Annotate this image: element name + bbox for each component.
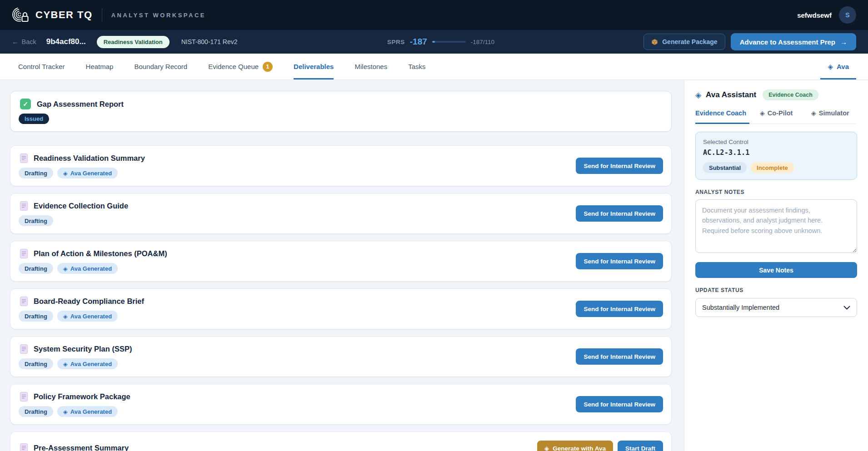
diamond-icon: ◈ [828, 63, 833, 71]
deliverable-card-readiness-validation-summary: Readiness Validation Summary Drafting ◈A… [10, 145, 672, 186]
ava-diamond-icon: ◈ [695, 90, 701, 99]
drafting-status-badge: Drafting [19, 406, 53, 417]
deliverable-card-ssp: System Security Plan (SSP) Drafting ◈Ava… [10, 336, 672, 377]
deliverables-panel: ✓ Gap Assessment Report Issued Readiness… [0, 80, 684, 451]
user-avatar[interactable]: S [839, 6, 856, 24]
deliverable-title: Board-Ready Compliance Brief [34, 297, 144, 306]
framework-label: NIST-800-171 Rev2 [181, 38, 238, 45]
selected-control-label: Selected Control [703, 139, 849, 145]
brand-name: CYBER TQ [35, 9, 93, 21]
selected-control-id: AC.L2-3.1.1 [703, 149, 849, 157]
diamond-icon: ◈ [811, 109, 816, 117]
analyst-notes-label: ANALYST NOTES [695, 189, 857, 195]
diamond-icon: ◈ [544, 445, 549, 451]
phase-badge: Readiness Validation [97, 36, 170, 48]
drafting-status-badge: Drafting [19, 358, 53, 369]
fingerprint-lock-icon [12, 6, 31, 24]
incomplete-state-badge: Incomplete [751, 162, 794, 173]
ava-generated-badge: ◈Ava Generated [57, 311, 118, 322]
ava-generated-badge: ◈Ava Generated [57, 406, 118, 417]
deliverable-title: System Security Plan (SSP) [34, 345, 132, 353]
send-for-internal-review-button[interactable]: Send for Internal Review [576, 301, 663, 317]
document-icon [20, 249, 28, 258]
deliverable-title: Readiness Validation Summary [34, 154, 145, 163]
deliverable-title: Policy Framework Package [34, 392, 130, 401]
send-for-internal-review-button[interactable]: Send for Internal Review [576, 396, 663, 412]
back-label: Back [22, 38, 36, 45]
document-icon [20, 154, 28, 163]
header-divider [102, 8, 102, 22]
deliverable-card-board-ready-brief: Board-Ready Compliance Brief Drafting ◈A… [10, 288, 672, 329]
diamond-icon: ◈ [63, 313, 68, 320]
diamond-icon: ◈ [63, 265, 68, 272]
document-icon [20, 201, 28, 211]
tab-deliverables[interactable]: Deliverables [294, 54, 334, 79]
username-label: sefwdsewf [797, 11, 832, 19]
update-status-select[interactable]: Substantially Implemented [695, 298, 857, 317]
deliverable-card-evidence-collection-guide: Evidence Collection Guide Drafting Send … [10, 193, 672, 234]
workspace-tab-bar: Control Tracker Heatmap Boundary Record … [0, 54, 868, 80]
substantial-score-badge: Substantial [703, 162, 747, 173]
ava-mode-badge: Evidence Coach [763, 89, 818, 100]
ava-panel-tabs: Evidence Coach ◈ Co-Pilot ◈ Simulator [695, 109, 857, 124]
tab-ava[interactable]: ◈ Ava [820, 54, 856, 79]
diamond-icon: ◈ [760, 109, 765, 117]
generate-with-ava-button[interactable]: ◈ Generate with Ava [537, 441, 613, 451]
diamond-icon: ◈ [63, 170, 68, 177]
sprs-fraction: -187/110 [471, 39, 494, 45]
send-for-internal-review-button[interactable]: Send for Internal Review [576, 205, 663, 222]
start-draft-button[interactable]: Start Draft [618, 441, 663, 451]
package-icon [651, 39, 658, 45]
sprs-score-group: SPRS -187 -187/110 [387, 30, 494, 54]
ava-generated-badge: ◈Ava Generated [57, 263, 118, 274]
deliverable-title: Gap Assessment Report [37, 100, 124, 109]
deliverable-card-poam: Plan of Action & Milestones (POA&M) Draf… [10, 241, 672, 282]
document-icon [20, 297, 28, 306]
sprs-progress-fill [432, 41, 435, 43]
check-icon: ✓ [20, 99, 31, 109]
deliverable-title: Plan of Action & Milestones (POA&M) [34, 249, 167, 258]
ava-generated-badge: ◈Ava Generated [57, 168, 118, 178]
tab-heatmap[interactable]: Heatmap [86, 54, 114, 79]
tab-co-pilot[interactable]: ◈ Co-Pilot [749, 109, 803, 124]
update-status-value: Substantially Implemented [702, 304, 779, 311]
issued-status-badge: Issued [19, 114, 49, 124]
document-icon [20, 344, 28, 354]
tab-simulator[interactable]: ◈ Simulator [803, 109, 857, 124]
save-notes-button[interactable]: Save Notes [695, 262, 857, 278]
send-for-internal-review-button[interactable]: Send for Internal Review [576, 348, 663, 365]
back-arrow-icon: ← [12, 38, 19, 45]
diamond-icon: ◈ [63, 408, 68, 415]
deliverable-title: Pre-Assessment Summary [34, 444, 129, 451]
generate-package-button[interactable]: Generate Package [644, 34, 725, 50]
ava-assistant-panel: ◈ Ava Assistant Evidence Coach Evidence … [684, 80, 868, 451]
selected-control-card: Selected Control AC.L2-3.1.1 Substantial… [695, 132, 857, 180]
analyst-notes-textarea[interactable] [695, 199, 857, 253]
drafting-status-badge: Drafting [19, 263, 53, 274]
deliverable-title: Evidence Collection Guide [34, 202, 128, 210]
tab-evidence-queue[interactable]: Evidence Queue 1 [208, 54, 273, 79]
assessment-context-bar: ← Back 9b4acf80... Readiness Validation … [0, 30, 868, 54]
deliverable-card-policy-framework: Policy Framework Package Drafting ◈Ava G… [10, 384, 672, 425]
send-for-internal-review-button[interactable]: Send for Internal Review [576, 253, 663, 269]
ava-panel-title: Ava Assistant [706, 90, 756, 99]
sprs-value: -187 [410, 37, 427, 47]
update-status-label: UPDATE STATUS [695, 287, 857, 293]
tab-control-tracker[interactable]: Control Tracker [18, 54, 65, 79]
assessment-id: 9b4acf80... [46, 37, 86, 46]
drafting-status-badge: Drafting [19, 311, 53, 322]
sprs-progress-bar[interactable] [432, 41, 466, 43]
sprs-label: SPRS [387, 39, 405, 45]
tab-tasks[interactable]: Tasks [408, 54, 425, 79]
tab-boundary-record[interactable]: Boundary Record [134, 54, 187, 79]
tab-evidence-coach[interactable]: Evidence Coach [695, 109, 749, 124]
tab-milestones[interactable]: Milestones [354, 54, 387, 79]
back-link[interactable]: ← Back [12, 38, 36, 45]
send-for-internal-review-button[interactable]: Send for Internal Review [576, 158, 663, 174]
document-icon [20, 443, 28, 451]
document-icon [20, 392, 28, 401]
ava-generated-badge: ◈Ava Generated [57, 358, 118, 369]
generate-package-label: Generate Package [662, 38, 717, 45]
advance-to-assessment-prep-button[interactable]: Advance to Assessment Prep → [731, 33, 856, 50]
workspace-label: ANALYST WORKSPACE [111, 12, 206, 19]
